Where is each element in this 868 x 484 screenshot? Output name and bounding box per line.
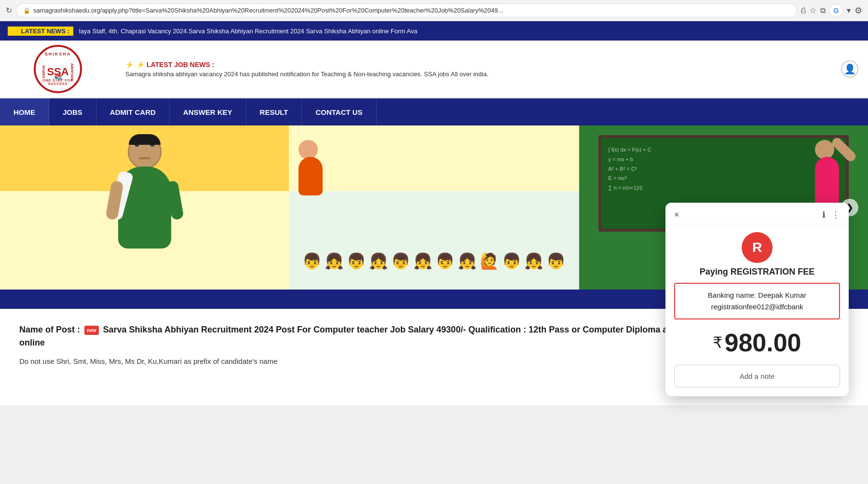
nav-bar: HOME JOBS ADMIT CARD ANSWER KEY RESULT C… xyxy=(0,98,868,125)
lock-icon: 🔒 xyxy=(23,7,30,14)
share-icon[interactable]: ⎙ xyxy=(801,6,806,15)
banking-name: Banking name: Deepak Kumar xyxy=(682,290,832,301)
nav-home[interactable]: HOME xyxy=(0,98,49,125)
popup-avatar: R xyxy=(742,232,773,263)
browser-bar: ↻ 🔒 samagrashikshaedu.org/apply.php?titl… xyxy=(0,0,868,21)
url-bar[interactable]: 🔒 samagrashikshaedu.org/apply.php?title=… xyxy=(16,3,797,17)
star-icon[interactable]: ☆ xyxy=(810,6,816,15)
latest-job-label: ⚡ ⚡ LATEST JOB NEWS : xyxy=(125,61,822,69)
popup-banking-box: Banking name: Deepak Kumar registrationf… xyxy=(674,283,840,319)
nav-jobs[interactable]: JOBS xyxy=(49,98,96,125)
logo-area[interactable]: SHIKSHA SARVA SSA ABHIYAN ONE STEP FOR S… xyxy=(0,41,116,97)
user-icon-area[interactable]: 👤 xyxy=(831,41,868,97)
extensions-icon[interactable]: ⚙ xyxy=(854,5,862,16)
popup-title: Paying REGISTRATION FEE xyxy=(665,267,849,277)
popup-more-icon[interactable]: ⋮ xyxy=(831,209,840,220)
payment-popup: × ℹ ⋮ R Paying REGISTRATION FEE Banking … xyxy=(665,203,849,396)
browser-actions: ⎙ ☆ ⧉ G ▾ ⚙ xyxy=(801,4,862,17)
url-text: samagrashikshaedu.org/apply.php?title=Sa… xyxy=(33,7,503,14)
tab-icon[interactable]: ⧉ xyxy=(820,6,826,15)
nav-result[interactable]: RESULT xyxy=(246,98,302,125)
google-icon[interactable]: G xyxy=(829,4,843,17)
hero-image-1 xyxy=(0,125,289,290)
amount-value: 980.00 xyxy=(724,328,801,357)
news-ticker-text: laya Staff, 4th. Chaprasi Vacancy 2024.S… xyxy=(79,28,418,35)
news-ticker: ⚡ LATEST NEWS : laya Staff, 4th. Chapras… xyxy=(0,21,868,41)
news-ticker-label: ⚡ LATEST NEWS : xyxy=(8,27,73,36)
popup-info-icon[interactable]: ℹ xyxy=(822,209,826,220)
nav-answer-key[interactable]: ANSWER KEY xyxy=(170,98,246,125)
new-badge: new xyxy=(84,326,98,335)
refresh-icon[interactable]: ↻ xyxy=(6,6,12,15)
hero-image-2: 👦 👧 👦 👧 👦 👧 👦 👧 🙋 👦 👧 👦 xyxy=(289,125,579,290)
dropdown-icon[interactable]: ▾ xyxy=(847,6,851,15)
banking-email: registrationfee012@idfcbank xyxy=(682,301,832,313)
site-header: SHIKSHA SARVA SSA ABHIYAN ONE STEP FOR S… xyxy=(0,41,868,98)
nav-admit-card[interactable]: ADMIT CARD xyxy=(96,98,170,125)
latest-job-text: Samagra shiksha abhiyan vacancy 2024 has… xyxy=(125,70,822,78)
logo: SHIKSHA SARVA SSA ABHIYAN ONE STEP FOR S… xyxy=(34,45,82,93)
popup-actions: ℹ ⋮ xyxy=(822,209,840,220)
post-label: Name of Post : xyxy=(19,325,80,334)
popup-amount: ₹ 980.00 xyxy=(665,328,849,357)
add-note-button[interactable]: Add a note xyxy=(674,365,840,387)
popup-header: × ℹ ⋮ xyxy=(665,203,849,224)
user-icon: 👤 xyxy=(844,63,856,75)
nav-contact-us[interactable]: CONTACT US xyxy=(302,98,376,125)
latest-news-header: ⚡ ⚡ LATEST JOB NEWS : Samagra shiksha ab… xyxy=(116,41,831,97)
rupee-symbol: ₹ xyxy=(713,333,722,352)
popup-close-button[interactable]: × xyxy=(674,210,679,220)
